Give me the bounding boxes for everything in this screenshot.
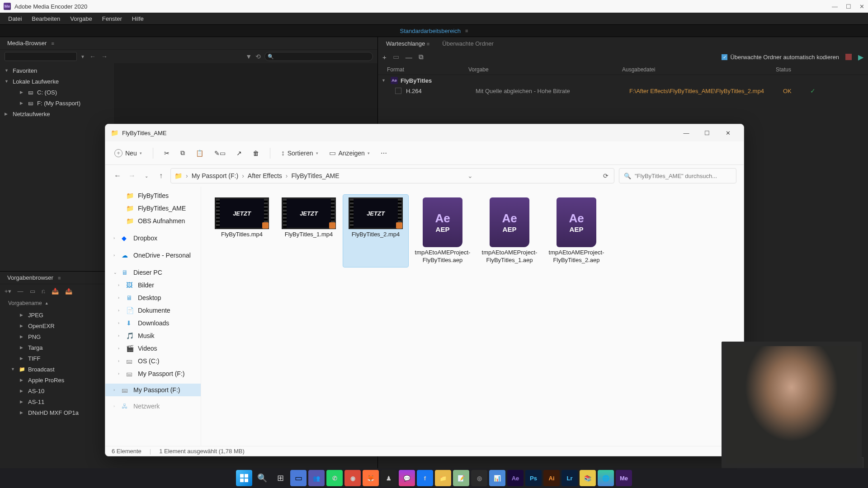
address-bar[interactable]: 📁 › My Passport (F:) › After Effects › F… [170, 168, 614, 183]
chevron-right-icon[interactable]: › [113, 388, 118, 392]
explorer-titlebar[interactable]: 📁 FlyByTitles_AME — ☐ ✕ [105, 124, 744, 141]
nav-dropbox[interactable]: ›◆Dropbox [105, 232, 201, 244]
teams-icon[interactable]: 👥 [308, 470, 325, 486]
app-icon[interactable]: 📊 [489, 470, 505, 486]
file-aep[interactable]: AeAEP tmpAEtoAMEProject-FlyByTitles_1.ae… [477, 195, 542, 267]
recent-icon[interactable]: ⌄ [142, 174, 151, 178]
chevron-right-icon[interactable]: › [284, 172, 290, 179]
tab-queue[interactable]: Warteschlange ≡ [381, 38, 435, 49]
panel-menu-icon[interactable]: ≡ [427, 41, 429, 47]
stop-button[interactable] [845, 54, 852, 60]
close-icon[interactable]: ✕ [717, 124, 738, 141]
media-search[interactable]: 🔍 [264, 52, 373, 61]
filter-icon[interactable]: ▼ [245, 53, 252, 60]
view-button[interactable]: ▭Anzeigen▾ [329, 149, 370, 157]
breadcrumb-item[interactable]: My Passport (F:) [192, 172, 238, 179]
remove-icon[interactable]: — [406, 53, 412, 61]
tab-watch-folders[interactable]: Überwachte Ordner [437, 38, 499, 49]
ame-taskbar-icon[interactable]: Me [616, 470, 632, 486]
nav-onedrive[interactable]: ›☁OneDrive - Personal [105, 249, 201, 262]
widgets-icon[interactable]: ▭ [290, 470, 307, 486]
explorer-content[interactable]: JETZT FlyByTitles.mp4 JETZT FlyByTitles_… [201, 187, 744, 446]
edge-icon[interactable]: 🌐 [598, 470, 614, 486]
cut-icon[interactable]: ✂ [164, 150, 170, 157]
refresh-icon[interactable]: ⟲ [255, 53, 261, 60]
close-icon[interactable]: ✕ [859, 3, 864, 10]
chevron-right-icon[interactable]: › [113, 236, 118, 240]
forward-icon[interactable]: → [127, 172, 137, 180]
taskview-icon[interactable]: ⊞ [272, 470, 288, 486]
nav-pc-item[interactable]: ›🎬Videos [105, 342, 201, 355]
panel-menu-icon[interactable]: ≡ [51, 41, 54, 46]
maximize-icon[interactable]: ☐ [697, 124, 717, 141]
tree-drive-f[interactable]: ▶🖴F: (My Passport) [0, 98, 114, 108]
copy-icon[interactable]: ⧉ [180, 149, 185, 157]
facebook-icon[interactable]: f [417, 470, 433, 486]
tree-drive-c[interactable]: ▶🖴C: (OS) [0, 87, 114, 98]
up-icon[interactable]: ↑ [156, 172, 166, 180]
nav-passport-selected[interactable]: ›🖴My Passport (F:) [105, 384, 201, 396]
file-video-selected[interactable]: JETZT FlyByTitles_2.mp4 [343, 195, 408, 267]
ae-taskbar-icon[interactable]: Ae [507, 470, 524, 486]
nav-pc-item[interactable]: ›🖼Bilder [105, 279, 201, 291]
notepad-icon[interactable]: 📝 [453, 470, 469, 486]
remove-preset-icon[interactable]: — [18, 288, 24, 295]
queue-item[interactable]: ▼ Ae FlyByTitles [378, 75, 868, 86]
nav-network[interactable]: ›🖧Netzwerk [105, 400, 201, 413]
ai-taskbar-icon[interactable]: Ai [543, 470, 560, 486]
export-icon[interactable]: 📤 [65, 288, 72, 295]
menu-vorgabe[interactable]: Vorgabe [66, 14, 96, 23]
chevron-right-icon[interactable]: › [113, 253, 118, 258]
share-icon[interactable]: ↗ [236, 150, 242, 157]
explorer-taskbar-icon[interactable]: 📁 [435, 470, 451, 486]
app-icon[interactable]: 📚 [580, 470, 596, 486]
chevron-down-icon[interactable]: ⌄ [113, 270, 118, 275]
chevron-right-icon[interactable]: › [184, 172, 190, 179]
chevron-down-icon[interactable]: ▼ [80, 54, 85, 59]
search-input[interactable] [635, 173, 731, 179]
path-dropdown[interactable] [5, 52, 77, 61]
nav-pc-item[interactable]: ›🖴OS (C:) [105, 355, 201, 367]
nav-back-icon[interactable]: ← [89, 52, 97, 61]
nav-quick-item[interactable]: 📁OBS Aufnahmen [105, 215, 201, 227]
nav-pc-item[interactable]: ›🎵Musik [105, 329, 201, 342]
file-aep[interactable]: AeAEP tmpAEtoAMEProject-FlyByTitles.aep [410, 195, 475, 267]
start-button[interactable] [236, 470, 252, 486]
rename-icon[interactable]: ✎▭ [214, 150, 226, 157]
whatsapp-icon[interactable]: ✆ [326, 470, 343, 486]
chevron-down-icon[interactable]: ⌄ [466, 172, 475, 179]
add-preset-icon[interactable]: +▾ [5, 288, 11, 295]
preset-icon[interactable]: ▭ [30, 288, 35, 295]
sort-button[interactable]: ↕Sortieren▾ [281, 149, 318, 157]
refresh-icon[interactable]: ⟳ [601, 172, 610, 179]
nav-pc-item[interactable]: ›🖴My Passport (F:) [105, 367, 201, 380]
nav-pc-item[interactable]: ›⬇Downloads [105, 317, 201, 329]
firefox-icon[interactable]: 🦊 [363, 470, 379, 486]
app-icon[interactable]: ♟ [381, 470, 397, 486]
nav-quick-item[interactable]: 📁FlyByTitles_AME [105, 202, 201, 215]
import-icon[interactable]: 📥 [52, 288, 59, 295]
breadcrumb-item[interactable]: FlyByTitles_AME [291, 172, 339, 179]
maximize-icon[interactable]: ☐ [846, 3, 851, 10]
breadcrumb-item[interactable]: After Effects [248, 172, 282, 179]
delete-icon[interactable]: 🗑 [253, 150, 259, 157]
add-icon[interactable]: + [382, 53, 387, 61]
app-icon[interactable]: ◉ [344, 470, 361, 486]
checkbox-icon[interactable] [395, 88, 401, 94]
explorer-search[interactable]: 🔍 [619, 168, 736, 183]
nav-quick-item[interactable]: 📁FlyByTitles [105, 189, 201, 202]
tree-network[interactable]: ▶Netzlaufwerke [0, 108, 114, 119]
tree-favorites[interactable]: ▼Favoriten [0, 65, 114, 76]
menu-datei[interactable]: Datei [4, 14, 26, 23]
file-video[interactable]: JETZT FlyByTitles_1.mp4 [276, 195, 341, 267]
tree-local-drives[interactable]: ▼Lokale Laufwerke [0, 76, 114, 87]
menu-hilfe[interactable]: Hilfe [127, 14, 148, 23]
chevron-right-icon[interactable]: › [240, 172, 246, 179]
menu-fenster[interactable]: Fenster [98, 14, 127, 23]
search-taskbar-icon[interactable]: 🔍 [254, 470, 270, 486]
sort-up-icon[interactable]: ▲ [45, 301, 49, 305]
panel-menu-icon[interactable]: ≡ [58, 275, 61, 281]
workspace-label[interactable]: Standardarbeitsbereich [400, 28, 461, 34]
preset-icon2[interactable]: ⎌ [42, 288, 45, 295]
nav-pc-item[interactable]: ›📄Dokumente [105, 304, 201, 317]
